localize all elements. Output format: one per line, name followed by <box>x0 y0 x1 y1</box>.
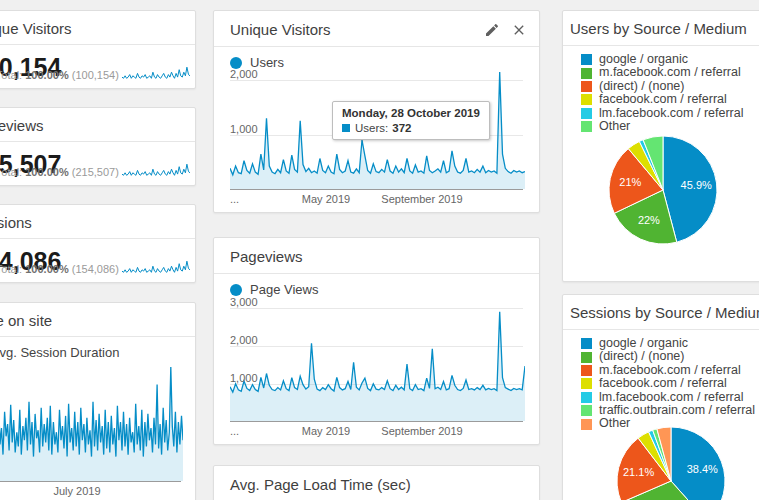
legend-label: traffic.outbrain.com / referral <box>599 404 755 417</box>
avg-page-load-time-card: Avg. Page Load Time (sec) <box>213 465 540 500</box>
metric-sparkline <box>122 163 190 179</box>
pie-percent-label: 38.4% <box>687 463 718 475</box>
legend-swatch <box>581 121 592 132</box>
legend-label: google / organic <box>599 53 688 66</box>
legend-swatch <box>581 419 592 430</box>
users-by-source-card: Users by Source / Medium google / organi… <box>562 10 759 282</box>
tooltip-value: 372 <box>392 122 411 134</box>
metric-card-sessions: Sessions 154,086 % of Total: 100.00% (15… <box>0 204 196 283</box>
pie-percent-label: 22% <box>638 214 660 226</box>
y-axis-tick: 3,000 <box>230 296 258 308</box>
metric-card-pageviews: Pageviews 215,507 % of Total: 100.00% (2… <box>0 107 196 186</box>
legend-label: lm.facebook.com / referral <box>599 107 744 120</box>
legend-swatch <box>581 108 592 119</box>
edit-icon[interactable] <box>484 22 500 38</box>
legend-swatch <box>581 392 592 403</box>
metric-total-paren: (154,086) <box>72 263 119 275</box>
legend-item: traffic.outbrain.com / referral <box>581 404 759 417</box>
legend-label: Other <box>599 120 630 133</box>
legend-item: lm.facebook.com / referral <box>581 107 759 120</box>
pie-legend: google / organicm.facebook.com / referra… <box>563 53 759 133</box>
pie-percent-label: 21% <box>619 176 641 188</box>
card-title: Time on site <box>0 312 181 329</box>
legend-item: facebook.com / referral <box>581 93 759 106</box>
x-axis-tick: September 2019 <box>381 193 462 205</box>
legend-label: m.facebook.com / referral <box>599 364 741 377</box>
legend-label: google / organic <box>599 337 688 350</box>
legend-label: lm.facebook.com / referral <box>599 391 744 404</box>
metric-sparkline <box>122 260 190 276</box>
card-title: Unique Visitors <box>230 21 523 38</box>
pie-legend: google / organic(direct) / (none)m.faceb… <box>563 337 759 431</box>
legend-label: (direct) / (none) <box>599 350 684 363</box>
metric-total: % of Total: 100.00% (100,154) <box>0 69 119 81</box>
metric-total: % of Total: 100.00% (154,086) <box>0 263 119 275</box>
x-axis <box>230 189 523 190</box>
legend-swatch <box>581 378 592 389</box>
unique-visitors-card: Unique Visitors Users 2,000 1,000 ... Ma… <box>213 10 540 213</box>
legend-swatch <box>581 94 592 105</box>
metric-total-prefix: % of Total: <box>0 263 22 275</box>
x-axis-tick: September 2019 <box>381 425 462 437</box>
legend-item: facebook.com / referral <box>581 377 759 390</box>
legend-swatch <box>581 68 592 79</box>
pageviews-timeline-chart[interactable] <box>230 298 525 421</box>
card-title: Users by Source / Medium <box>570 20 759 37</box>
time-on-site-card: Time on site Avg. Session Duration July … <box>0 302 196 500</box>
card-title: Sessions by Source / Medium <box>570 304 759 321</box>
x-axis <box>0 481 181 482</box>
legend-item: google / organic <box>581 53 759 66</box>
tooltip-series-label: Users: <box>355 122 388 134</box>
sessions-by-source-card: Sessions by Source / Medium google / org… <box>562 294 759 500</box>
legend-item: (direct) / (none) <box>581 80 759 93</box>
tooltip-date: Monday, 28 October 2019 <box>342 107 480 119</box>
card-title: Avg. Page Load Time (sec) <box>230 476 523 493</box>
series-legend-label: Page Views <box>250 282 318 297</box>
legend-label: m.facebook.com / referral <box>599 66 741 79</box>
pie-percent-label: 21.1% <box>623 466 654 478</box>
legend-label: facebook.com / referral <box>599 93 727 106</box>
legend-label: facebook.com / referral <box>599 377 727 390</box>
legend-item: Other <box>581 120 759 133</box>
metric-total-pct: 100.00% <box>25 166 68 178</box>
card-title: Pageviews <box>0 117 181 134</box>
legend-item: m.facebook.com / referral <box>581 364 759 377</box>
legend-swatch <box>581 81 592 92</box>
pageviews-card: Pageviews Page Views 3,000 2,000 1,000 .… <box>213 237 540 445</box>
metric-total-paren: (100,154) <box>72 69 119 81</box>
metric-card-unique-visitors: Unique Visitors 100,154 % of Total: 100.… <box>0 10 196 89</box>
y-axis-tick: 1,000 <box>230 372 258 384</box>
legend-swatch <box>581 405 592 416</box>
x-axis-tick: May 2019 <box>302 425 350 437</box>
metric-total-paren: (215,507) <box>72 166 119 178</box>
x-axis-tick: July 2019 <box>53 485 100 497</box>
metric-total: % of Total: 100.00% (215,507) <box>0 166 119 178</box>
metric-total-pct: 100.00% <box>25 69 68 81</box>
pie-percent-label: 45.9% <box>681 179 712 191</box>
chart-tooltip: Monday, 28 October 2019 Users: 372 <box>332 101 490 140</box>
legend-swatch <box>581 54 592 65</box>
x-axis <box>230 421 523 422</box>
card-title: Unique Visitors <box>0 20 181 37</box>
legend-item: lm.facebook.com / referral <box>581 391 759 404</box>
x-axis-tick: ... <box>230 425 239 437</box>
legend-swatch <box>581 365 592 376</box>
series-legend-label: Avg. Session Duration <box>0 345 119 360</box>
metric-total-prefix: % of Total: <box>0 166 22 178</box>
y-axis-tick: 2,000 <box>230 334 258 346</box>
legend-item: m.facebook.com / referral <box>581 66 759 79</box>
legend-item: google / organic <box>581 337 759 350</box>
users-pie-chart[interactable]: 45.9%22%21% <box>608 135 718 245</box>
session-duration-chart[interactable] <box>0 361 183 481</box>
card-title: Sessions <box>0 214 181 231</box>
x-axis-tick: May 2019 <box>302 193 350 205</box>
legend-label: (direct) / (none) <box>599 80 684 93</box>
sessions-pie-chart[interactable]: 38.4%21.1% <box>616 426 726 500</box>
close-icon[interactable] <box>511 22 527 38</box>
analytics-dashboard: Unique Visitors 100,154 % of Total: 100.… <box>0 0 759 500</box>
y-axis-tick: 2,000 <box>230 68 258 80</box>
tooltip-series-swatch <box>342 124 350 132</box>
legend-swatch <box>581 338 592 349</box>
metric-total-pct: 100.00% <box>25 263 68 275</box>
metric-sparkline <box>122 66 190 82</box>
